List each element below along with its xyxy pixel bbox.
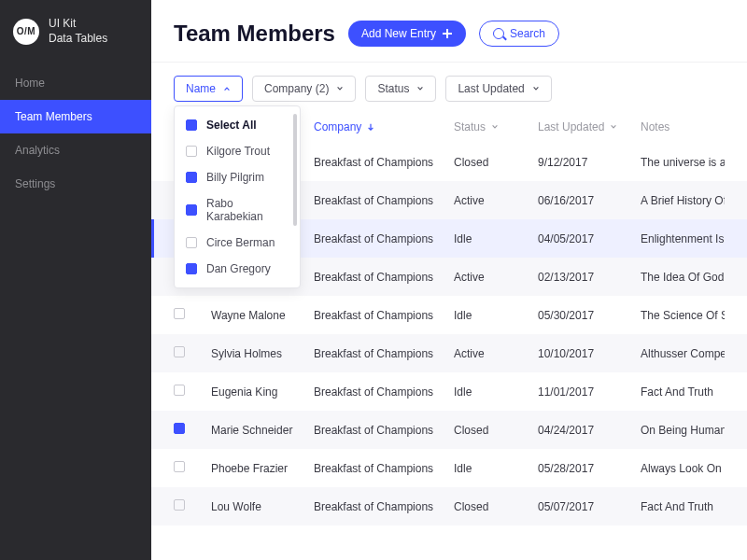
brand-line2: Data Tables xyxy=(49,32,107,47)
sidebar-item-home[interactable]: Home xyxy=(0,66,151,100)
search-icon xyxy=(493,28,504,39)
filter-last[interactable]: Last Updated xyxy=(445,76,551,102)
dropdown-item-label: Circe Berman xyxy=(206,236,275,249)
cell-notes: Althusser Competing I xyxy=(641,347,725,360)
dropdown-item-label: Rabo Karabekian xyxy=(206,197,289,223)
brand-line1: UI Kit xyxy=(49,17,107,32)
dropdown-item-label: Select All xyxy=(206,119,257,132)
checkbox[interactable] xyxy=(186,204,197,216)
filter-label: Last Updated xyxy=(458,82,524,95)
cell-name: Lou Wolfe xyxy=(211,500,314,513)
filter-label: Company (2) xyxy=(264,82,329,95)
cell-company: Breakfast of Champions xyxy=(314,156,454,169)
cell-company: Breakfast of Champions xyxy=(314,309,454,322)
col-updated[interactable]: Last Updated xyxy=(538,120,641,133)
cell-company: Breakfast of Champions xyxy=(314,232,454,245)
dropdown-item[interactable]: Billy Pilgrim xyxy=(175,164,300,190)
cell-company: Breakfast of Champions xyxy=(314,462,454,475)
cell-status: Idle xyxy=(454,232,538,245)
checkbox[interactable] xyxy=(186,146,197,157)
cell-name: Eugenia King xyxy=(211,385,314,399)
table-row[interactable]: Wayne MaloneBreakfast of ChampionsIdle05… xyxy=(151,296,747,334)
table-row[interactable]: Marie SchneiderBreakfast of ChampionsClo… xyxy=(151,411,747,449)
chevron-down-icon xyxy=(532,85,540,92)
cell-updated: 11/01/2017 xyxy=(538,385,641,399)
cell-updated: 02/13/2017 xyxy=(538,271,641,284)
cell-notes: The universe is a big p xyxy=(641,156,725,169)
filters-bar: NameCompany (2)StatusLast Updated Select… xyxy=(151,63,747,111)
plus-icon xyxy=(442,28,453,39)
cell-status: Closed xyxy=(454,500,538,513)
brand-logo: O/M xyxy=(13,19,39,45)
checkbox[interactable] xyxy=(186,119,197,131)
sidebar-item-analytics[interactable]: Analytics xyxy=(0,133,151,167)
dropdown-item[interactable]: Select All xyxy=(175,112,300,138)
dropdown-item[interactable]: Circe Berman xyxy=(175,230,300,256)
search-label: Search xyxy=(510,27,545,40)
cell-company: Breakfast of Champions xyxy=(314,385,454,399)
add-entry-label: Add New Entry xyxy=(361,27,436,40)
cell-updated: 10/10/2017 xyxy=(538,347,641,360)
cell-notes: The Science Of Supers xyxy=(641,309,725,322)
cell-status: Idle xyxy=(454,309,538,322)
checkbox[interactable] xyxy=(186,237,197,248)
dropdown-item[interactable]: Rabo Karabekian xyxy=(175,190,300,230)
cell-status: Closed xyxy=(454,156,538,169)
dropdown-item[interactable]: Kilgore Trout xyxy=(175,138,300,164)
cell-name: Phoebe Frazier xyxy=(211,462,314,475)
row-checkbox[interactable] xyxy=(174,499,185,511)
brand-text: UI Kit Data Tables xyxy=(49,17,107,46)
cell-updated: 04/24/2017 xyxy=(538,424,641,437)
cell-name: Wayne Malone xyxy=(211,309,314,322)
cell-company: Breakfast of Champions xyxy=(314,347,454,360)
dropdown-item-label: Kilgore Trout xyxy=(206,145,270,158)
search-button[interactable]: Search xyxy=(479,21,559,47)
cell-status: Idle xyxy=(454,385,538,399)
row-checkbox[interactable] xyxy=(174,308,185,319)
cell-updated: 05/07/2017 xyxy=(538,500,641,513)
dropdown-item-label: Billy Pilgrim xyxy=(206,171,264,184)
cell-company: Breakfast of Champions xyxy=(314,500,454,513)
filter-company[interactable]: Company (2) xyxy=(252,76,356,102)
filter-label: Status xyxy=(377,82,409,95)
dropdown-scrollbar[interactable] xyxy=(293,114,297,226)
cell-company: Breakfast of Champions xyxy=(314,194,454,207)
brand: O/M UI Kit Data Tables xyxy=(0,0,151,66)
sidebar-nav: HomeTeam MembersAnalyticsSettings xyxy=(0,66,151,201)
table-row[interactable]: Phoebe FrazierBreakfast of ChampionsIdle… xyxy=(151,449,747,487)
chevron-down-icon xyxy=(610,123,617,131)
filter-name[interactable]: Name xyxy=(174,76,243,102)
cell-updated: 9/12/2017 xyxy=(538,156,641,169)
chevron-down-icon xyxy=(416,85,424,92)
col-status[interactable]: Status xyxy=(454,120,538,133)
arrow-down-icon xyxy=(367,123,374,131)
checkbox[interactable] xyxy=(186,263,197,274)
row-checkbox[interactable] xyxy=(174,385,185,396)
cell-name: Sylvia Holmes xyxy=(211,347,314,360)
row-checkbox[interactable] xyxy=(174,346,185,357)
col-company[interactable]: Company xyxy=(314,120,454,133)
table-row[interactable]: Eugenia KingBreakfast of ChampionsIdle11… xyxy=(151,372,747,411)
cell-name: Marie Schneider xyxy=(211,424,314,437)
sidebar: O/M UI Kit Data Tables HomeTeam MembersA… xyxy=(0,0,151,560)
dropdown-item[interactable]: Dan Gregory xyxy=(175,256,300,282)
sidebar-item-team-members[interactable]: Team Members xyxy=(0,100,151,133)
cell-company: Breakfast of Champions xyxy=(314,271,454,284)
main: Team Members Add New Entry Search NameCo… xyxy=(151,0,747,560)
page-title: Team Members xyxy=(174,21,335,47)
filter-status[interactable]: Status xyxy=(365,76,436,102)
cell-notes: Fact And Truth xyxy=(641,385,725,399)
cell-company: Breakfast of Champions xyxy=(314,424,454,437)
sidebar-item-settings[interactable]: Settings xyxy=(0,167,151,201)
cell-status: Idle xyxy=(454,462,538,475)
row-checkbox[interactable] xyxy=(174,423,185,434)
checkbox[interactable] xyxy=(186,172,197,183)
row-checkbox[interactable] xyxy=(174,461,185,472)
table-row[interactable]: Lou WolfeBreakfast of ChampionsClosed05/… xyxy=(151,487,747,525)
add-entry-button[interactable]: Add New Entry xyxy=(348,21,466,47)
row-marker xyxy=(151,219,154,258)
table-row[interactable]: Sylvia HolmesBreakfast of ChampionsActiv… xyxy=(151,334,747,372)
cell-notes: Always Look On The B xyxy=(641,462,725,475)
name-filter-dropdown[interactable]: Select AllKilgore TroutBilly PilgrimRabo… xyxy=(174,105,301,288)
filter-label: Name xyxy=(186,82,216,95)
